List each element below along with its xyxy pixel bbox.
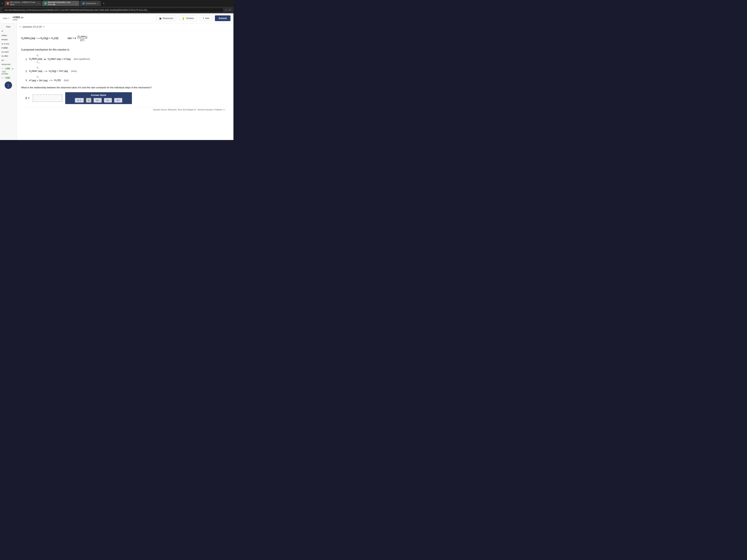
- main-equation: O2NNH2(aq) ⟶ N2O(g) + H2O(l) rate = k [O…: [21, 35, 229, 42]
- download-button[interactable]: ↓: [5, 81, 12, 89]
- tab-1-close[interactable]: ✕: [38, 2, 39, 4]
- k-input-box[interactable]: [33, 95, 62, 102]
- step-2: k2 2. O2NNH−(aq) ⟶ N2O(g) + OH−(aq) (slo…: [26, 66, 229, 73]
- score-badge-2: +100: [4, 76, 11, 79]
- download-icon: ↓: [7, 83, 9, 87]
- answer-bank-items: k−1 ↖ k2 k1 k3: [68, 98, 129, 103]
- answer-item-cursor[interactable]: ↖: [86, 98, 91, 103]
- step-3-equation: 3. H+(aq) + OH−(aq) ⟶ H2O(l) (fast): [26, 79, 229, 82]
- rate-numerator: [O2NNH2]: [77, 35, 87, 38]
- step-2-k-label: k2: [37, 66, 229, 69]
- sidebar-description-total: e total: [0, 46, 17, 50]
- points-value: +2301 pts: [12, 16, 24, 19]
- answer-item-km1[interactable]: k−1: [75, 98, 84, 103]
- step-3-number: 3.: [26, 79, 28, 82]
- step-3-right: H2O(l): [54, 79, 61, 82]
- sidebar-description-resources: resources.: [0, 62, 17, 66]
- step-1-equation: 1. O2NNH2(aq) ⇌ O2NNH−(aq) + H+(aq) (fas…: [26, 57, 229, 61]
- score-possible: +100 possible: [0, 71, 17, 76]
- tab-3[interactable]: ◎ Dashboard ✕: [80, 1, 101, 6]
- tab-close-1[interactable]: ✕: [1, 2, 3, 4]
- hint-label: Hint: [205, 17, 209, 20]
- step-3-left: H+(aq) + OH−(aq): [29, 79, 48, 82]
- rate-eq-text: rate = k [O2NNH2] [H+]: [68, 35, 88, 42]
- resources-label: Resources: [163, 17, 173, 20]
- chevron-left-icon: <: [1, 30, 3, 33]
- step-1-tag: (fast equilibrium): [74, 58, 90, 60]
- left-sidebar: Hide < estion. tempts. or a one- e total…: [0, 23, 17, 140]
- hide-button[interactable]: Hide: [0, 25, 17, 29]
- hint-icon: ?: [203, 17, 204, 20]
- question-prev-button[interactable]: <: [20, 25, 21, 28]
- resources-button[interactable]: ▣ Resources: [156, 16, 176, 21]
- tab-1[interactable]: M My Course - CHM212-Frost-Sprin ✕: [4, 1, 42, 6]
- address-bar: ☆ 🛡: [0, 7, 233, 14]
- tab-2-close[interactable]: ✕: [76, 2, 77, 4]
- tab-2[interactable]: → Marshall University | Live Your Ma ✕: [42, 1, 79, 6]
- step-2-number: 2.: [26, 70, 28, 73]
- step-2-tag: (slow): [71, 70, 77, 73]
- tab-3-label: Dashboard: [86, 2, 96, 4]
- question-text: What is the relationship between the obs…: [21, 86, 229, 89]
- extension-icon[interactable]: 🛡: [229, 8, 231, 11]
- answer-bank-title: Answer Bank: [68, 94, 129, 97]
- top-toolbar: ions < +2301 pts /2600 ▣ Resources 💡 Sol…: [0, 14, 233, 23]
- sidebar-score-1: ✓ +100 ▲: [0, 66, 17, 71]
- nav-prev[interactable]: <: [0, 29, 17, 33]
- step-3-k-label: k3: [37, 76, 229, 78]
- tab-3-close[interactable]: ✕: [97, 2, 99, 4]
- hint-button[interactable]: ? Hint: [200, 16, 212, 21]
- step-1-left: O2NNH2(aq): [29, 57, 42, 61]
- resources-icon: ▣: [159, 17, 161, 20]
- bookmark-icon[interactable]: ☆: [225, 8, 227, 11]
- new-tab-button[interactable]: +: [102, 1, 106, 5]
- step-3-arrow: ⟶: [49, 79, 53, 82]
- answer-bank: Answer Bank k−1 ↖ k2: [65, 92, 132, 104]
- step-1-k-label: k1: [37, 54, 229, 57]
- step-1-number: 1.: [26, 58, 28, 60]
- step-1-arrow: ⇌: [44, 57, 46, 61]
- score-badge-1: +100: [4, 67, 11, 70]
- main-equation-block: O2NNH2(aq) ⟶ N2O(g) + H2O(l) rate = k [O…: [21, 33, 229, 46]
- tab-3-icon: ◎: [82, 2, 85, 5]
- sidebar-description-each: on each: [0, 50, 17, 54]
- solution-button[interactable]: 💡 Solution: [179, 16, 197, 21]
- sidebar-toggle[interactable]: ions <: [3, 17, 9, 20]
- step-2-left: O2NNH−(aq): [29, 70, 43, 73]
- sidebar-score-2: ✓ +100: [0, 76, 17, 80]
- question-next-button[interactable]: >: [43, 25, 45, 28]
- rate-denominator: [H+]: [80, 38, 85, 42]
- app-container: ions < +2301 pts /2600 ▣ Resources 💡 Sol…: [0, 14, 233, 140]
- tab-1-label: My Course - CHM212-Frost-Sprin: [10, 1, 37, 5]
- answer-item-k3[interactable]: k3: [114, 98, 122, 103]
- score-label: possible: [1, 73, 8, 75]
- solution-label: Solution: [186, 17, 194, 20]
- answer-area: k = Answer Bank k−1 ↖ k2: [26, 92, 229, 104]
- check-icon-1: ✓: [1, 67, 3, 70]
- sidebar-description-question: estion.: [0, 33, 17, 37]
- points-section: +2301 pts /2600: [12, 16, 24, 21]
- sidebar-description-on: on.: [0, 58, 17, 62]
- step-1-right: O2NNH−(aq) + H+(aq): [48, 57, 71, 61]
- sidebar-description-attempts: tempts.: [0, 37, 17, 42]
- step-1: k1 1. O2NNH2(aq) ⇌ O2NNH−(aq) + H+(aq) (…: [26, 54, 229, 63]
- answer-item-k2[interactable]: k2: [94, 98, 102, 103]
- k-equals-label: k =: [26, 97, 30, 100]
- step-3-tag: (fast): [64, 79, 69, 82]
- step-2-right: N2O(g) + OH−(aq): [49, 70, 68, 73]
- submit-button[interactable]: Submit: [215, 16, 230, 21]
- tab-bar: ✕ M My Course - CHM212-Frost-Sprin ✕ → M…: [0, 0, 233, 7]
- question-body: O2NNH2(aq) ⟶ N2O(g) + H2O(l) rate = k [O…: [17, 30, 233, 115]
- sidebar-description-one: or a one-: [0, 42, 17, 46]
- step-3: k3 3. H+(aq) + OH−(aq) ⟶ H2O(l) (fast): [26, 76, 229, 82]
- browser-chrome: ✕ M My Course - CHM212-Frost-Sprin ✕ → M…: [0, 0, 233, 14]
- tab-2-icon: →: [45, 2, 47, 5]
- address-input[interactable]: [2, 8, 223, 12]
- sidebar-description-after: ns after: [0, 54, 17, 58]
- step-2-arrow: ⟶: [44, 70, 47, 73]
- rate-fraction: [O2NNH2] [H+]: [77, 35, 87, 42]
- score-value: +100: [1, 71, 6, 73]
- main-eq-text: O2NNH2(aq) ⟶ N2O(g) + H2O(l): [21, 37, 58, 40]
- question-header: < Question 23 of 26 >: [17, 23, 233, 30]
- answer-item-k1[interactable]: k1: [104, 98, 112, 103]
